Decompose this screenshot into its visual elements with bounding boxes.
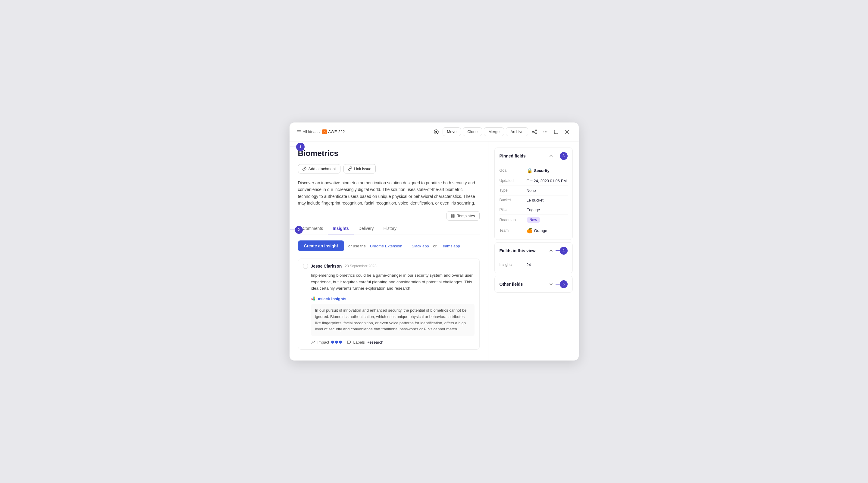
tab-delivery[interactable]: Delivery (354, 223, 379, 234)
pinned-fields-header[interactable]: Pinned fields 3 (495, 148, 572, 164)
insight-checkbox[interactable] (303, 264, 308, 268)
svg-point-10 (535, 133, 536, 134)
insight-card: Jesse Clarkson 23 September 2023 Impleme… (298, 259, 479, 350)
other-fields-header[interactable]: Other fields 5 (495, 276, 572, 292)
watch-button[interactable] (432, 127, 441, 136)
bucket-value: Le bucket (527, 198, 544, 202)
step-5-badge: 5 (560, 280, 568, 288)
svg-rect-4 (297, 133, 298, 133)
fields-in-view-header[interactable]: Fields in this view 4 (495, 243, 572, 259)
tab-history[interactable]: History (378, 223, 401, 234)
other-fields-expand[interactable] (549, 282, 553, 286)
impact-tag: Impact (311, 340, 342, 344)
expand-button[interactable] (552, 127, 561, 136)
dot-1 (331, 341, 334, 344)
svg-rect-5 (298, 133, 301, 133)
svg-point-9 (532, 131, 534, 133)
tab-insights[interactable]: Insights (328, 223, 354, 234)
slack-icon (311, 296, 316, 302)
teams-app-link[interactable]: Teams app (441, 244, 460, 248)
breadcrumb: All ideas / A AWE-222 (297, 130, 345, 134)
type-value: None (527, 188, 536, 193)
chrome-extension-link[interactable]: Chrome Extension (370, 244, 402, 248)
create-insight-area: Create an insight or use the Chrome Exte… (298, 240, 479, 251)
svg-rect-20 (451, 216, 453, 218)
main-content: 1 Biometrics Add attachment Link issue D… (289, 141, 488, 361)
goal-value: 🔒 Security (527, 168, 550, 173)
team-label: Team (499, 228, 527, 233)
slack-app-link[interactable]: Slack app (412, 244, 429, 248)
svg-point-15 (546, 131, 547, 132)
step-5-line (556, 284, 560, 284)
svg-rect-21 (454, 216, 455, 218)
svg-rect-27 (314, 296, 315, 298)
svg-rect-28 (312, 299, 313, 300)
other-fields-title: Other fields (499, 282, 523, 287)
svg-rect-22 (312, 298, 312, 299)
svg-point-14 (545, 131, 546, 132)
pinned-fields-collapse[interactable] (549, 154, 553, 158)
insight-author-row: Jesse Clarkson 23 September 2023 (303, 264, 474, 268)
fields-in-view-section: Fields in this view 4 Insights (494, 242, 573, 273)
step-1-badge: 1 (296, 143, 305, 151)
pillar-value: Engage (527, 207, 540, 212)
svg-point-7 (435, 131, 437, 133)
breadcrumb-id: A AWE-222 (322, 130, 345, 134)
link-issue-button[interactable]: Link issue (343, 164, 376, 173)
svg-rect-1 (298, 130, 301, 131)
impact-dots (331, 341, 342, 344)
fields-in-view-content: Insights 24 (495, 259, 572, 273)
tab-comments[interactable]: Comments (298, 223, 328, 234)
quoted-text: In our pursuit of innovation and enhance… (311, 304, 474, 336)
roadmap-value: Now (527, 217, 540, 223)
field-roadmap: Roadmap Now (499, 215, 568, 225)
breadcrumb-all-ideas[interactable]: All ideas (303, 130, 317, 134)
create-insight-button[interactable]: Create an insight (298, 240, 344, 251)
archive-button[interactable]: Archive (506, 127, 528, 136)
clone-button[interactable]: Clone (463, 127, 482, 136)
header-actions: Move Clone Merge Archive (432, 127, 571, 136)
more-button[interactable] (541, 127, 550, 136)
breadcrumb-id-icon: A (322, 130, 327, 134)
dot-3 (339, 341, 342, 344)
step-1-group: 1 (290, 143, 305, 151)
field-type: Type None (499, 186, 568, 196)
svg-line-11 (533, 131, 535, 132)
svg-rect-3 (298, 132, 301, 132)
fields-in-view-collapse[interactable] (549, 249, 553, 253)
slack-ref[interactable]: #slack-insights (303, 296, 474, 302)
field-insights: Insights 24 (499, 260, 568, 269)
field-bucket: Bucket Le bucket (499, 196, 568, 205)
templates-button[interactable]: Templates (446, 211, 479, 221)
close-button[interactable] (562, 127, 571, 136)
impact-icon (311, 340, 316, 344)
step-1-line (290, 147, 296, 147)
insights-label: Insights (499, 262, 527, 267)
or-text: or use the (348, 244, 366, 248)
description-section: Discover an innovative biometric authent… (298, 179, 479, 223)
pinned-fields-title: Pinned fields (499, 153, 526, 159)
tabs-section: 2 Comments Insights Delivery History (298, 223, 479, 234)
svg-rect-24 (313, 296, 314, 298)
type-label: Type (499, 188, 527, 193)
field-pillar: Pillar Engage (499, 205, 568, 215)
tags-row: Impact Labels Research (303, 340, 474, 344)
fields-in-view-title: Fields in this view (499, 248, 536, 253)
share-button[interactable] (530, 127, 539, 136)
dot-2 (335, 341, 338, 344)
move-button[interactable]: Move (442, 127, 461, 136)
description-text: Discover an innovative biometric authent… (298, 179, 479, 207)
author-name: Jesse Clarkson (311, 264, 342, 268)
svg-rect-26 (314, 298, 315, 299)
add-attachment-button[interactable]: Add attachment (298, 164, 340, 173)
modal-container: All ideas / A AWE-222 Move Clone Merge A… (289, 122, 579, 361)
step-4-line (556, 250, 560, 251)
team-value: 🍊 Orange (527, 228, 547, 233)
svg-point-8 (535, 130, 536, 131)
field-team: Team 🍊 Orange (499, 225, 568, 236)
action-buttons: Add attachment Link issue (298, 164, 479, 173)
merge-button[interactable]: Merge (484, 127, 504, 136)
svg-rect-2 (297, 132, 298, 132)
step-2-line (290, 230, 295, 230)
goal-label: Goal (499, 168, 527, 173)
